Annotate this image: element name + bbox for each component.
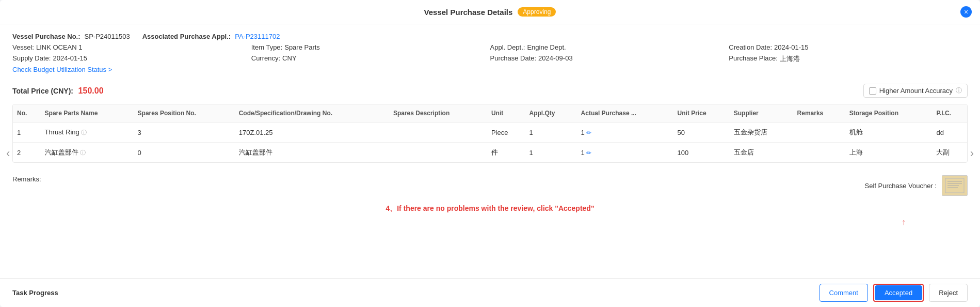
higher-amount-checkbox[interactable] (869, 87, 876, 95)
hint-text: 4、If there are no problems with the revi… (12, 204, 968, 213)
spare-parts-table-section: No. Spare Parts Name Spares Position No.… (12, 104, 968, 163)
supply-date-label: Supply Date: (12, 54, 51, 62)
col-storage-position: Storage Position (845, 104, 933, 122)
item-type-value: Spare Parts (284, 43, 320, 51)
table-cell: 机舱 (845, 122, 933, 143)
vessel-purchase-no-value: SP-P24011503 (85, 33, 130, 40)
creation-date-value: 2024-01-15 (774, 43, 809, 51)
close-button[interactable]: × (960, 6, 972, 18)
appl-dept-cell: Appl. Dept.: Engine Dept. (490, 43, 729, 51)
col-pic: P.I.C. (932, 104, 967, 122)
table-cell: 3 (134, 122, 235, 143)
purchase-date-cell: Purchase Date: 2024-09-03 (490, 54, 729, 64)
associated-purchase-link[interactable]: PA-P23111702 (235, 33, 280, 40)
higher-amount-accuracy-label: Higher Amount Accuracy (879, 87, 953, 95)
total-price-label: Total Price (CNY): (12, 87, 73, 95)
footer-buttons: Comment Accepted Reject (820, 284, 968, 302)
table-cell: 2 (13, 143, 41, 163)
modal-body: Vessel Purchase No.: SP-P24011503 Associ… (0, 24, 980, 278)
spare-parts-table: No. Spare Parts Name Spares Position No.… (13, 104, 967, 162)
info-icon: ⓘ (81, 129, 87, 135)
comment-button[interactable]: Comment (820, 284, 868, 302)
table-cell: dd (932, 122, 967, 143)
table-cell (793, 122, 845, 143)
table-cell: Thrust Ring ⓘ (41, 122, 134, 143)
nav-arrow-right[interactable]: › (966, 143, 978, 164)
check-budget-link[interactable]: Check Budget Utilization Status > (12, 66, 112, 73)
remarks-label: Remarks: (12, 175, 41, 183)
table-cell: 170Z.01.25 (235, 122, 389, 143)
col-code: Code/Specification/Drawing No. (235, 104, 389, 122)
edit-icon[interactable]: ✏ (586, 129, 591, 136)
voucher-section: Self Purchase Voucher : (865, 175, 968, 196)
supply-date-cell: Supply Date: 2024-01-15 (12, 54, 251, 64)
currency-label: Currency: (251, 54, 280, 62)
purchase-place-value: 上海港 (780, 54, 800, 64)
table-cell: Piece (487, 122, 525, 143)
table-row: 2汽缸盖部件 ⓘ0汽缸盖部件件11 ✏100五金店上海大副 (13, 143, 967, 163)
info-icon: ⓘ (956, 86, 962, 95)
col-spares-position-no: Spares Position No. (134, 104, 235, 122)
purchase-no-row: Vessel Purchase No.: SP-P24011503 Associ… (12, 33, 968, 40)
accepted-wrapper: Accepted (873, 284, 924, 302)
purchase-place-label: Purchase Place: (729, 54, 778, 62)
total-price-value: 150.00 (78, 86, 104, 95)
total-price-row: Total Price (CNY): 150.00 Higher Amount … (12, 84, 968, 98)
col-actual-purchase: Actual Purchase ... (577, 104, 673, 122)
total-price-left: Total Price (CNY): 150.00 (12, 86, 104, 96)
table-cell: 1 ✏ (577, 122, 673, 143)
bottom-section: Remarks: Self Purchase Voucher : (12, 171, 968, 196)
purchase-place-cell: Purchase Place: 上海港 (729, 54, 968, 64)
vessel-cell: Vessel: LINK OCEAN 1 (12, 43, 251, 51)
info-icon: ⓘ (80, 149, 86, 156)
table-cell: 0 (134, 143, 235, 163)
table-cell: 上海 (845, 143, 933, 163)
accepted-button[interactable]: Accepted (875, 285, 922, 300)
table-cell: 1 (13, 122, 41, 143)
table-cell (389, 122, 487, 143)
purchase-date-label: Purchase Date: (490, 54, 537, 62)
modal-container: ‹ › Vessel Purchase Details Approving × … (0, 0, 980, 307)
table-cell: 件 (487, 143, 525, 163)
voucher-image[interactable] (942, 175, 968, 196)
nav-arrow-left[interactable]: ‹ (2, 143, 14, 164)
associated-purchase-label: Associated Purchase Appl.: (142, 33, 231, 40)
creation-date-label: Creation Date: (729, 43, 772, 51)
col-spares-description: Spares Description (389, 104, 487, 122)
col-appl-qty: Appl.Qty (525, 104, 577, 122)
table-cell: 100 (673, 143, 730, 163)
col-unit: Unit (487, 104, 525, 122)
vessel-value: LINK OCEAN 1 (36, 43, 83, 51)
col-no: No. (13, 104, 41, 122)
vessel-label: Vessel: (12, 43, 34, 51)
supply-date-value: 2024-01-15 (53, 54, 87, 62)
table-cell: 1 (525, 122, 577, 143)
table-cell: 1 ✏ (577, 143, 673, 163)
higher-amount-accuracy-control[interactable]: Higher Amount Accuracy ⓘ (863, 84, 968, 98)
table-cell: 50 (673, 122, 730, 143)
voucher-label: Self Purchase Voucher : (865, 182, 937, 190)
status-badge: Approving (518, 7, 556, 17)
modal-title: Vessel Purchase Details (424, 8, 513, 17)
col-unit-price: Unit Price (673, 104, 730, 122)
table-cell (389, 143, 487, 163)
table-header-row: No. Spare Parts Name Spares Position No.… (13, 104, 967, 122)
purchase-date-value: 2024-09-03 (538, 54, 573, 62)
item-type-label: Item Type: (251, 43, 282, 51)
creation-date-cell: Creation Date: 2024-01-15 (729, 43, 968, 51)
table-cell (793, 143, 845, 163)
col-remarks: Remarks (793, 104, 845, 122)
currency-cell: Currency: CNY (251, 54, 490, 64)
table-cell: 汽缸盖部件 (235, 143, 389, 163)
edit-icon[interactable]: ✏ (586, 149, 591, 157)
item-type-cell: Item Type: Spare Parts (251, 43, 490, 51)
table-cell: 1 (525, 143, 577, 163)
table-cell: 大副 (932, 143, 967, 163)
remarks-section: Remarks: (12, 175, 41, 183)
info-section: Vessel Purchase No.: SP-P24011503 Associ… (12, 33, 968, 78)
table-cell: 汽缸盖部件 ⓘ (41, 143, 134, 163)
reject-button[interactable]: Reject (929, 284, 968, 302)
appl-dept-value: Engine Dept. (527, 43, 566, 51)
modal-header: Vessel Purchase Details Approving × (0, 0, 980, 24)
hint-arrow: ↑ (12, 218, 968, 227)
